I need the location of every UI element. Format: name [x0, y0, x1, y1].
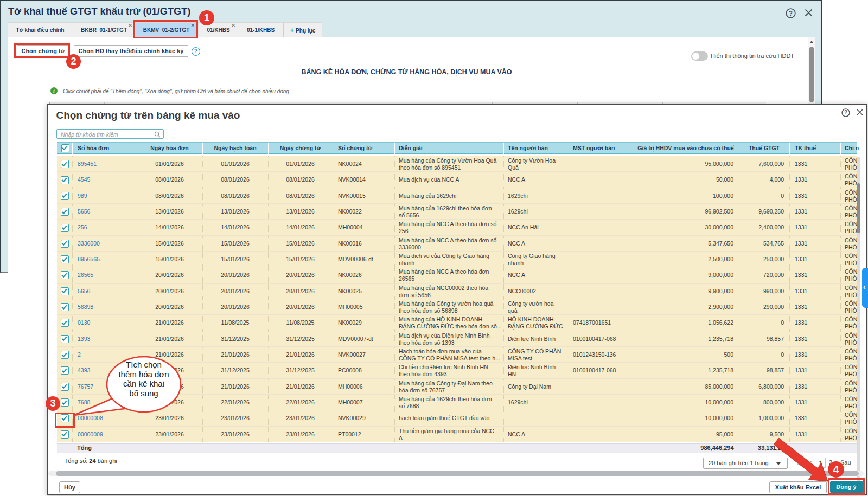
svg-text:?: ? [789, 9, 793, 17]
svg-text:?: ? [844, 109, 847, 115]
